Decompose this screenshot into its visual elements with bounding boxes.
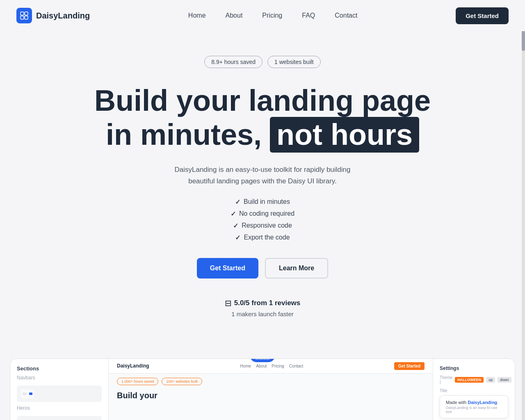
preview-heros-label: Heros [17,405,102,411]
svg-rect-1 [25,12,28,15]
preview-pill: Preview Website [250,358,275,362]
feature-item-3: Export the code [74,234,451,242]
get-started-button[interactable]: Get Started [197,258,258,278]
preview-made-with-brand: DaisyLanding [468,400,497,405]
preview-main-badges: 1,000+ hours saved 100+ websites built [109,374,433,389]
hero-heading-line2-plain: in minutes, [106,118,262,151]
preview-section: Preview Website Sections Navbars Heros D… [10,358,515,420]
preview-hero-item[interactable] [17,416,102,420]
prev-nav-about: About [256,364,267,368]
star-icon: ⊟ [225,298,232,308]
prev-nav-pricing: Pricing [272,364,284,368]
svg-rect-2 [21,16,24,19]
preview-made-with: Made with DaisyLanding DaisyLanding is a… [440,395,508,418]
preview-pill-text: Preview Website [255,358,270,361]
hero-rating: ⊟ 5.0/5 from 1 reviews 1 makers launch f… [74,298,451,317]
svg-rect-3 [25,16,28,19]
logo[interactable]: DaisyLanding [16,8,90,23]
preview-theme-label: Theme | [440,375,452,384]
badge-hours-saved: 8.9+ hours saved [204,56,262,68]
preview-main-links: Home About Pricing Contact [240,364,303,368]
preview-btn-up[interactable]: up [486,377,495,383]
preview-made-with-text: Made with [446,400,466,405]
preview-theme-row: Theme | HALLOWEEN up down [440,375,508,384]
preview-logo: DaisyLanding [117,363,149,369]
hero-subtext: DaisyLanding is an easy-to-use toolkit f… [74,164,451,186]
preview-field-label: Title [440,388,508,393]
nav-links: Home About Pricing FAQ Contact [180,8,366,23]
svg-rect-0 [21,12,24,15]
badge-websites-built: 1 websites built [267,56,321,68]
preview-navbars-label: Navbars [17,375,102,381]
logo-icon [16,8,32,23]
hero-heading-line1: Build your landing page [94,84,431,117]
feature-item-2: Responsive code [74,222,451,230]
preview-btn-down[interactable]: down [498,377,511,383]
preview-left-panel: Sections Navbars Heros [10,359,109,420]
rating-sub: 1 makers launch faster [231,310,294,317]
hero-subtext-line2: beautiful landing pages with the Daisy U… [188,177,337,185]
hero-heading-highlight: not hours [270,117,419,153]
hero-section: 8.9+ hours saved 1 websites built Build … [57,31,468,358]
rating-score: 5.0/5 from 1 reviews [234,299,301,307]
nav-home[interactable]: Home [180,8,214,23]
nav-contact[interactable]: Contact [326,8,365,23]
hero-buttons: Get Started Learn More [74,258,451,278]
nav-cta-button[interactable]: Get Started [456,7,509,24]
nav-pricing[interactable]: Pricing [254,8,290,23]
preview-badge-1: 1,000+ hours saved [117,378,158,385]
hero-subtext-line1: DaisyLanding is an easy-to-use toolkit f… [174,166,350,173]
feature-item-1: No coding required [74,210,451,218]
learn-more-button[interactable]: Learn More [265,258,328,278]
preview-theme-value: HALLOWEEN [455,377,484,383]
logo-text: DaisyLanding [36,11,90,21]
prev-nav-home: Home [240,364,251,368]
preview-made-with-sub: DaisyLanding is an easy-to-use tool [446,406,502,414]
preview-badge-2: 100+ websites built [162,378,202,385]
rating-stars: ⊟ 5.0/5 from 1 reviews [225,298,301,308]
preview-main-heading: Build your [109,389,433,402]
preview-main-cta[interactable]: Get Started [394,362,425,370]
page-scrollbar[interactable] [522,0,525,420]
preview-right-panel: Settings Theme | HALLOWEEN up down Title… [433,359,515,420]
preview-made-with-content: Made with DaisyLanding DaisyLanding is a… [446,400,502,414]
preview-sections-label: Sections [17,365,102,372]
hero-badges: 8.9+ hours saved 1 websites built [74,56,451,68]
navbar: DaisyLanding Home About Pricing FAQ Cont… [0,0,525,31]
nav-about[interactable]: About [217,8,251,23]
prev-nav-contact: Contact [289,364,303,368]
preview-main-panel: DaisyLanding Home About Pricing Contact … [109,359,433,420]
hero-features-list: Build in minutes No coding required Resp… [74,198,451,242]
preview-thumb [21,389,34,398]
hero-heading: Build your landing page in minutes, not … [74,84,451,153]
feature-item-0: Build in minutes [74,198,451,206]
preview-navbar-item[interactable] [17,386,102,402]
preview-settings-title: Settings [440,365,508,371]
nav-faq[interactable]: FAQ [294,8,323,23]
